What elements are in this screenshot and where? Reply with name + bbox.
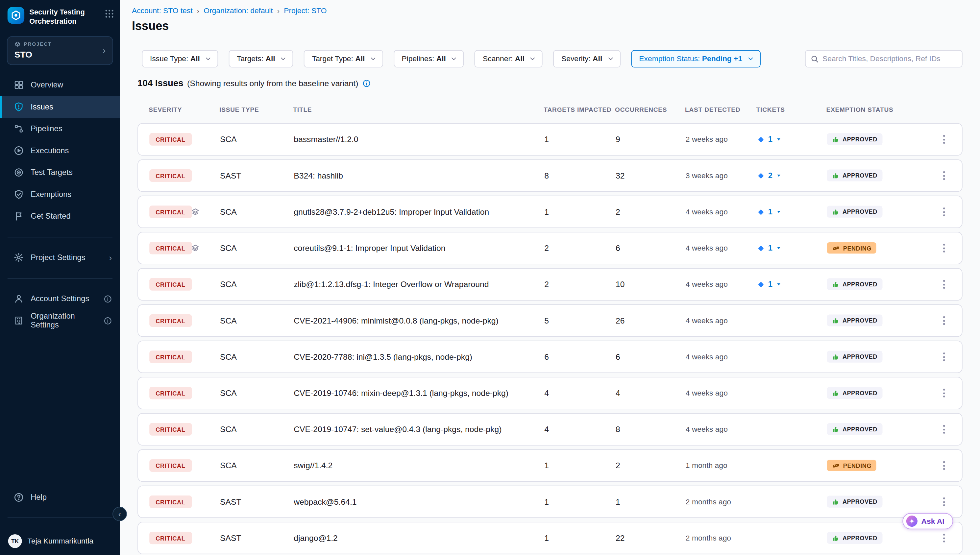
severity-badge: CRITICAL — [149, 350, 191, 363]
table-row[interactable]: CRITICALSASTB324: hashlib8323 weeks ago2… — [138, 159, 962, 192]
issues-icon — [14, 102, 24, 112]
sidebar-item-executions[interactable]: Executions — [0, 140, 120, 162]
issue-title: CVE-2019-10746: mixin-deep@1.3.1 (lang-p… — [294, 388, 508, 398]
filter-scanner[interactable]: Scanner: All — [475, 50, 543, 67]
severity-badge: CRITICAL — [149, 169, 191, 182]
filter-target-type[interactable]: Target Type: All — [304, 50, 383, 67]
kebab-menu-icon[interactable] — [940, 277, 948, 292]
chevron-right-icon: › — [109, 253, 112, 262]
divider — [8, 518, 112, 518]
status-badge-approved: APPROVED — [827, 314, 882, 326]
last-detected: 4 weeks ago — [686, 207, 728, 217]
occurrences: 6 — [616, 243, 620, 253]
ticket-link[interactable]: 1 — [757, 135, 782, 144]
targets-impacted: 1 — [544, 207, 549, 217]
kebab-menu-icon[interactable] — [940, 349, 948, 364]
status-badge-approved: APPROVED — [827, 278, 882, 290]
caret-down-icon[interactable] — [775, 209, 782, 215]
cube-icon — [14, 41, 21, 47]
filter-issue-type[interactable]: Issue Type: All — [142, 50, 218, 67]
filter-pills: Issue Type: AllTargets: AllTarget Type: … — [142, 50, 760, 67]
filter-exemption-status[interactable]: Exemption Status: Pending +1 — [631, 50, 761, 67]
breadcrumb-link[interactable]: Organization: default — [204, 6, 273, 15]
table-row[interactable]: CRITICALSCACVE-2019-10746: mixin-deep@1.… — [138, 377, 962, 409]
filter-targets[interactable]: Targets: All — [229, 50, 293, 67]
sidebar-item-help[interactable]: Help — [0, 486, 120, 508]
info-icon[interactable] — [104, 295, 112, 303]
table-row[interactable]: CRITICALSCAgnutls28@3.7.9-2+deb12u5: Imp… — [138, 196, 962, 228]
targets-impacted: 4 — [544, 425, 549, 434]
caret-down-icon[interactable] — [775, 245, 782, 251]
sidebar-item-project-settings[interactable]: Project Settings › — [0, 247, 120, 269]
targets-impacted: 1 — [544, 461, 549, 470]
kebab-menu-icon[interactable] — [940, 132, 948, 147]
search-input[interactable] — [823, 54, 957, 63]
issues-table: CRITICALSCAbassmaster//1.2.0192 weeks ag… — [138, 123, 962, 554]
table-row[interactable]: CRITICALSCACVE-2020-7788: ini@1.3.5 (lan… — [138, 341, 962, 373]
table-row[interactable]: CRITICALSCAcoreutils@9.1-1: Improper Inp… — [138, 232, 962, 264]
chevron-down-icon — [204, 55, 212, 63]
sidebar-item-test-targets[interactable]: Test Targets — [0, 162, 120, 184]
sidebar-item-overview[interactable]: Overview — [0, 74, 120, 96]
module-grid-icon[interactable] — [105, 7, 114, 21]
table-row[interactable]: CRITICALSCACVE-2021-44906: minimist@0.0.… — [138, 305, 962, 337]
breadcrumb-link[interactable]: Project: STO — [284, 6, 327, 15]
table-row[interactable]: CRITICALSCAbassmaster//1.2.0192 weeks ag… — [138, 123, 962, 156]
column-header-severity: SEVERITY — [149, 106, 182, 113]
kebab-menu-icon[interactable] — [940, 494, 948, 509]
breadcrumb-separator: › — [277, 7, 279, 14]
sidebar-collapse-button[interactable]: ‹ — [112, 507, 127, 521]
ask-ai-button[interactable]: Ask AI — [903, 513, 953, 529]
caret-down-icon[interactable] — [775, 281, 782, 287]
targets-impacted: 4 — [544, 388, 549, 398]
table-row[interactable]: CRITICALSCACVE-2019-10747: set-value@0.4… — [138, 413, 962, 446]
occurrences: 8 — [616, 425, 620, 434]
filter-severity[interactable]: Severity: All — [553, 50, 620, 67]
table-row[interactable]: CRITICALSCAswig//1.4.2121 month agoPENDI… — [138, 449, 962, 482]
user-profile[interactable]: TK Teja Kummarikuntla — [0, 528, 120, 555]
ticket-link[interactable]: 1 — [757, 280, 782, 289]
kebab-menu-icon[interactable] — [940, 531, 948, 546]
caret-down-icon[interactable] — [775, 136, 782, 142]
last-detected: 4 weeks ago — [686, 425, 728, 434]
table-row[interactable]: CRITICALSASTwebpack@5.64.1112 months ago… — [138, 486, 962, 518]
sidebar-item-get-started[interactable]: Get Started — [0, 205, 120, 228]
jira-icon — [757, 172, 765, 180]
sidebar-item-organization-settings[interactable]: Organization Settings — [0, 310, 120, 332]
filter-pipelines[interactable]: Pipelines: All — [394, 50, 464, 67]
sidebar-item-issues[interactable]: Issues — [0, 96, 120, 118]
breadcrumb-link[interactable]: Account: STO test — [132, 6, 193, 15]
column-header-tickets: TICKETS — [756, 106, 785, 113]
table-row[interactable]: CRITICALSCAzlib@1:1.2.13.dfsg-1: Integer… — [138, 268, 962, 300]
occurrences: 10 — [616, 279, 624, 289]
ask-ai-icon — [906, 515, 917, 527]
severity-badge: CRITICAL — [149, 459, 191, 472]
issue-type: SCA — [220, 135, 237, 144]
ask-ai-label: Ask AI — [921, 517, 945, 526]
ticket-link[interactable]: 1 — [757, 207, 782, 217]
sidebar-item-exemptions[interactable]: Exemptions — [0, 184, 120, 206]
issue-title: webpack@5.64.1 — [294, 497, 356, 507]
sidebar-item-account-settings[interactable]: Account Settings — [0, 288, 120, 310]
caret-down-icon[interactable] — [775, 173, 782, 179]
jira-icon — [757, 208, 765, 216]
table-row[interactable]: CRITICALSASTdjango@1.21222 months agoAPP… — [138, 522, 962, 554]
kebab-menu-icon[interactable] — [940, 241, 948, 256]
kebab-menu-icon[interactable] — [940, 386, 948, 401]
occurrences: 9 — [616, 135, 620, 144]
kebab-menu-icon[interactable] — [940, 422, 948, 437]
info-icon[interactable] — [104, 317, 112, 325]
layers-icon — [191, 208, 200, 216]
severity-badge: CRITICAL — [149, 532, 191, 544]
kebab-menu-icon[interactable] — [940, 204, 948, 219]
severity-badge: CRITICAL — [149, 242, 191, 254]
kebab-menu-icon[interactable] — [940, 168, 948, 183]
project-selector[interactable]: PROJECT STO › — [7, 36, 113, 65]
sidebar-item-pipelines[interactable]: Pipelines — [0, 118, 120, 140]
status-badge-approved: APPROVED — [827, 387, 882, 399]
info-icon[interactable] — [363, 79, 371, 87]
ticket-link[interactable]: 1 — [757, 244, 782, 252]
kebab-menu-icon[interactable] — [940, 458, 948, 473]
ticket-link[interactable]: 2 — [757, 171, 782, 180]
kebab-menu-icon[interactable] — [940, 313, 948, 328]
